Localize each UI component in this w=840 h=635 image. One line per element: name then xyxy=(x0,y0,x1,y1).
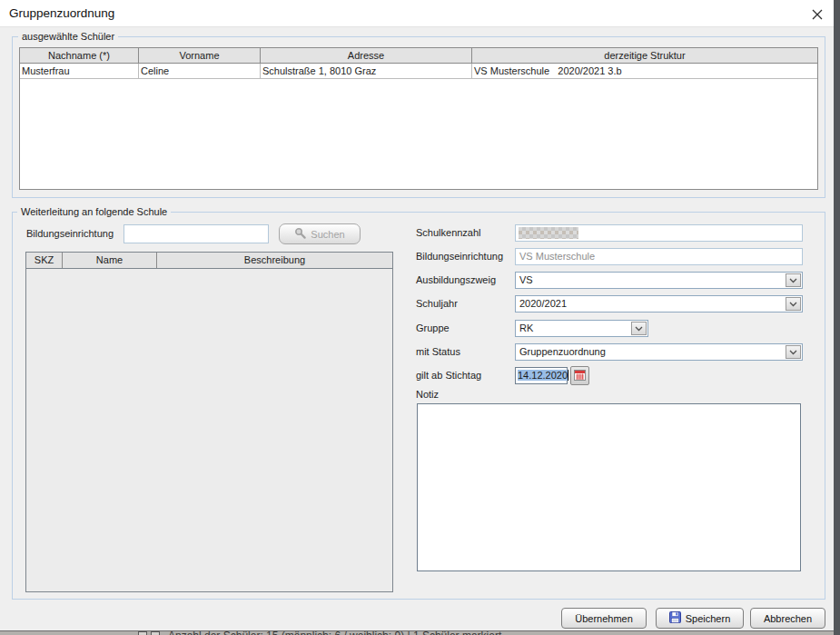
column-header-skz[interactable]: SKZ xyxy=(26,253,63,268)
speichern-button-label: Speichern xyxy=(686,613,731,624)
schulkennzahl-field[interactable] xyxy=(515,224,803,242)
table-empty-area xyxy=(20,79,817,190)
chevron-down-icon[interactable] xyxy=(786,297,801,311)
ausbildungszweig-label: Ausbildungszweig xyxy=(416,272,496,289)
calendar-icon xyxy=(574,369,586,382)
save-icon xyxy=(669,611,681,625)
speichern-button[interactable]: Speichern xyxy=(656,608,744,629)
search-icon xyxy=(294,227,306,241)
school-results-table-header: SKZ Name Beschreibung xyxy=(26,253,392,269)
text-caret xyxy=(568,370,568,381)
abbrechen-button-label: Abbrechen xyxy=(764,613,812,624)
stichtag-label: gilt ab Stichtag xyxy=(416,367,481,384)
bildungseinrichtung-search-label: Bildungseinrichtung xyxy=(26,224,114,243)
schuljahr-label: Schuljahr xyxy=(416,295,458,313)
bildungseinrichtung-label: Bildungseinrichtung xyxy=(416,248,503,265)
dialog-title: Gruppenzuordnung xyxy=(9,0,114,27)
background-fragment xyxy=(151,631,160,635)
background-status-text: Anzahl der Schüler: 15 (männlich: 6 / we… xyxy=(168,630,501,635)
uebernehmen-button[interactable]: Übernehmen xyxy=(561,608,647,629)
schuljahr-value: 2020/2021 xyxy=(519,296,567,312)
suchen-button[interactable]: Suchen xyxy=(279,223,361,244)
column-header-struktur[interactable]: derzeitige Struktur xyxy=(472,48,817,63)
school-results-table: SKZ Name Beschreibung xyxy=(25,252,393,592)
ausbildungszweig-value: VS xyxy=(519,273,533,288)
selected-students-groupbox-legend: ausgewählte Schüler xyxy=(18,31,118,42)
ausbildungszweig-select[interactable]: VS xyxy=(515,272,803,289)
screen: Anzahl der Schüler: 15 (männlich: 6 / we… xyxy=(0,0,840,635)
mit-status-value: Gruppenzuordnung xyxy=(519,344,606,360)
bildungseinrichtung-field[interactable]: VS Musterschule xyxy=(515,248,803,265)
selected-students-table-header: Nachname (*) Vorname Adresse derzeitige … xyxy=(20,48,817,64)
table-row[interactable]: Musterfrau Celine Schulstraße 1, 8010 Gr… xyxy=(20,64,817,79)
column-header-name[interactable]: Name xyxy=(63,253,157,268)
background-fragment xyxy=(138,631,147,635)
suchen-button-label: Suchen xyxy=(311,229,344,240)
chevron-down-icon[interactable] xyxy=(631,322,647,335)
notiz-label: Notiz xyxy=(416,389,439,400)
cell-adresse: Schulstraße 1, 8010 Graz xyxy=(261,64,472,78)
cell-struktur: VS Musterschule 2020/2021 3.b xyxy=(472,64,817,78)
column-header-beschreibung[interactable]: Beschreibung xyxy=(157,253,392,268)
gruppe-select[interactable]: RK xyxy=(515,320,648,337)
calendar-button[interactable] xyxy=(570,366,589,385)
school-results-empty-area xyxy=(26,269,392,592)
column-header-vorname[interactable]: Vorname xyxy=(139,48,261,63)
cell-nachname: Musterfrau xyxy=(20,64,139,78)
cell-vorname: Celine xyxy=(139,64,261,78)
forwarding-groupbox-legend: Weiterleitung an folgende Schule xyxy=(17,206,171,217)
abbrechen-button[interactable]: Abbrechen xyxy=(750,608,825,629)
background-window-edge xyxy=(834,0,840,635)
gruppenzuordnung-dialog: Gruppenzuordnung ausgewählte Schüler Nac… xyxy=(0,0,834,630)
bildungseinrichtung-search-input[interactable] xyxy=(124,224,269,243)
close-icon[interactable] xyxy=(809,7,825,22)
column-header-adresse[interactable]: Adresse xyxy=(261,48,472,63)
mit-status-select[interactable]: Gruppenzuordnung xyxy=(515,343,803,361)
chevron-down-icon[interactable] xyxy=(786,273,801,287)
stichtag-input[interactable]: 14.12.2020 xyxy=(515,367,568,384)
schuljahr-select[interactable]: 2020/2021 xyxy=(515,295,803,313)
gruppe-value: RK xyxy=(519,321,533,336)
selected-date-text: 14.12.2020 xyxy=(518,370,568,381)
redacted-value xyxy=(519,227,578,239)
uebernehmen-button-label: Übernehmen xyxy=(575,613,633,624)
titlebar: Gruppenzuordnung xyxy=(0,0,834,27)
column-header-nachname[interactable]: Nachname (*) xyxy=(20,48,139,63)
mit-status-label: mit Status xyxy=(416,343,460,361)
schulkennzahl-label: Schulkennzahl xyxy=(416,224,481,242)
chevron-down-icon[interactable] xyxy=(786,345,801,359)
selected-students-table: Nachname (*) Vorname Adresse derzeitige … xyxy=(19,47,818,190)
notiz-textarea[interactable] xyxy=(417,403,801,571)
gruppe-label: Gruppe xyxy=(416,320,450,337)
